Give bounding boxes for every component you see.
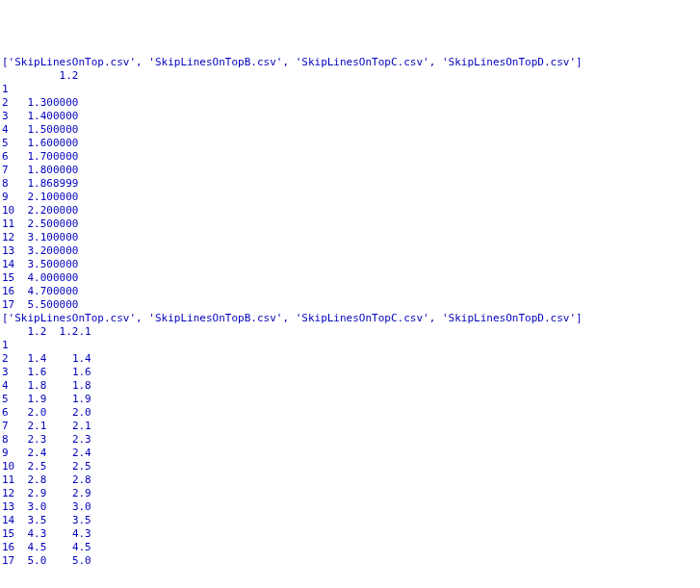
row-index: 3 <box>2 366 28 378</box>
cell-value: 2.1 <box>28 420 66 432</box>
dataframe-row: 17 5.0 5.0 <box>2 554 698 568</box>
cell-value: 2.200000 <box>28 204 79 217</box>
row-index: 12 <box>2 231 28 243</box>
cell-value: 3.5 <box>72 514 111 526</box>
dataframe-row: 15 4.000000 <box>2 271 698 285</box>
cell-value: 2.100000 <box>28 191 79 203</box>
dataframe-row: 8 1.868999 <box>2 177 698 191</box>
dataframe-row: 5 1.600000 <box>2 137 698 150</box>
row-index: 11 <box>2 473 28 486</box>
dataframe-row: 10 2.5 2.5 <box>2 460 698 473</box>
cell-value: 2.3 <box>28 433 66 446</box>
cell-value: 1.6 <box>72 366 111 378</box>
cell-value: 3.200000 <box>28 244 79 257</box>
cell-value: 4.5 <box>28 541 66 553</box>
terminal-output: ['SkipLinesOnTop.csv', 'SkipLinesOnTopB.… <box>2 56 698 568</box>
dataframe-row: 15 4.3 4.3 <box>2 527 698 541</box>
cell-value: 2.4 <box>72 447 111 459</box>
cell-value: 2.1 <box>72 420 111 432</box>
row-index: 17 <box>2 554 28 567</box>
dataframe-row: 1 <box>2 83 698 96</box>
dataframe-row: 12 2.9 2.9 <box>2 487 698 500</box>
file-list-line: ['SkipLinesOnTop.csv', 'SkipLinesOnTopB.… <box>2 56 698 69</box>
cell-value: 2.3 <box>72 433 111 446</box>
row-index: 8 <box>2 433 28 446</box>
cell-value: 1.868999 <box>28 177 79 190</box>
dataframe-row: 9 2.4 2.4 <box>2 447 698 460</box>
row-index: 2 <box>2 96 28 109</box>
cell-value: 1.8 <box>72 379 111 392</box>
row-index: 2 <box>2 352 28 365</box>
dataframe-row: 13 3.200000 <box>2 244 698 258</box>
cell-value: 1.300000 <box>28 96 79 109</box>
cell-value: 1.4 <box>72 352 111 365</box>
cell-value: 4.3 <box>72 527 111 540</box>
dataframe-row: 8 2.3 2.3 <box>2 433 698 447</box>
cell-value: 1.8 <box>28 379 66 392</box>
dataframe-row: 4 1.500000 <box>2 123 698 137</box>
dataframe-row: 16 4.5 4.5 <box>2 541 698 554</box>
row-index: 16 <box>2 285 28 297</box>
row-index: 14 <box>2 514 28 526</box>
cell-value: 3.5 <box>28 514 66 526</box>
file-list-line: ['SkipLinesOnTop.csv', 'SkipLinesOnTopB.… <box>2 312 698 325</box>
dataframe-row: 16 4.700000 <box>2 285 698 298</box>
cell-value: 4.700000 <box>28 285 79 297</box>
row-index: 4 <box>2 123 28 136</box>
row-index: 5 <box>2 393 28 405</box>
dataframe-row: 14 3.5 3.5 <box>2 514 698 527</box>
cell-value: 1.6 <box>28 366 66 378</box>
cell-value: 4.000000 <box>28 271 79 284</box>
cell-value: 2.8 <box>72 473 111 486</box>
row-index: 12 <box>2 487 28 499</box>
cell-value: 5.500000 <box>28 298 79 311</box>
row-index: 11 <box>2 217 28 230</box>
cell-value: 1.800000 <box>28 164 79 176</box>
row-index: 14 <box>2 258 28 270</box>
dataframe-header: 1.2 1.2.1 <box>2 325 698 339</box>
cell-value: 4.3 <box>28 527 66 540</box>
dataframe-row: 5 1.9 1.9 <box>2 393 698 406</box>
cell-value: 3.0 <box>28 500 66 513</box>
row-index: 7 <box>2 164 28 176</box>
row-index: 5 <box>2 137 28 149</box>
dataframe-row: 17 5.500000 <box>2 298 698 312</box>
cell-value: 1.400000 <box>28 110 79 122</box>
cell-value: 2.0 <box>72 406 111 419</box>
dataframe-row: 12 3.100000 <box>2 231 698 244</box>
row-index: 3 <box>2 110 28 122</box>
dataframe-row: 3 1.6 1.6 <box>2 366 698 379</box>
dataframe-row: 7 2.1 2.1 <box>2 420 698 433</box>
dataframe-row: 11 2.8 2.8 <box>2 473 698 487</box>
row-index: 13 <box>2 244 28 257</box>
row-index: 9 <box>2 191 28 203</box>
row-index: 15 <box>2 271 28 284</box>
cell-value: 2.4 <box>28 447 66 459</box>
cell-value: 5.0 <box>72 554 111 567</box>
dataframe-row: 9 2.100000 <box>2 191 698 204</box>
cell-value: 2.500000 <box>28 217 79 230</box>
cell-value: 3.100000 <box>28 231 79 243</box>
dataframe-row: 3 1.400000 <box>2 110 698 123</box>
cell-value: 1.4 <box>28 352 66 365</box>
row-index: 10 <box>2 204 28 217</box>
row-index: 9 <box>2 447 28 459</box>
dataframe-row: 2 1.300000 <box>2 96 698 110</box>
row-index: 10 <box>2 460 28 473</box>
dataframe-header: 1.2 <box>2 69 698 83</box>
cell-value: 5.0 <box>28 554 66 567</box>
dataframe-row: 11 2.500000 <box>2 217 698 231</box>
row-index: 15 <box>2 527 28 540</box>
cell-value: 1.9 <box>28 393 66 405</box>
dataframe-row: 4 1.8 1.8 <box>2 379 698 393</box>
cell-value: 2.8 <box>28 473 66 486</box>
cell-value: 1.600000 <box>28 137 79 149</box>
cell-value: 2.5 <box>72 460 111 473</box>
dataframe-row: 14 3.500000 <box>2 258 698 271</box>
cell-value: 2.5 <box>28 460 66 473</box>
cell-value: 1.9 <box>72 393 111 405</box>
row-index: 6 <box>2 406 28 419</box>
dataframe-row: 1 <box>2 339 698 352</box>
dataframe-row: 10 2.200000 <box>2 204 698 217</box>
row-index: 6 <box>2 150 28 163</box>
